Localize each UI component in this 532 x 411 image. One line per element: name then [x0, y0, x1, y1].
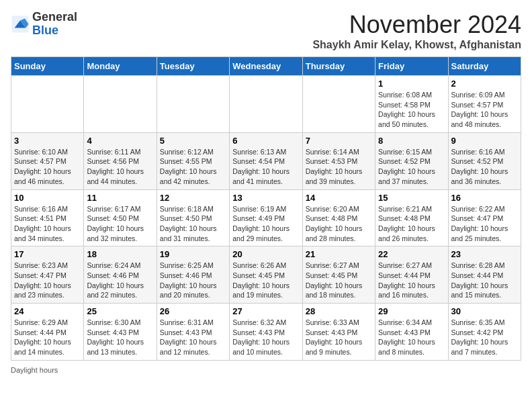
calendar: SundayMondayTuesdayWednesdayThursdayFrid…	[11, 56, 521, 361]
day-info: Sunrise: 6:22 AM Sunset: 4:47 PM Dayligh…	[451, 204, 518, 244]
day-number: 7	[306, 136, 372, 146]
title-area: November 2024 Shaykh Amir Kelay, Khowst,…	[312, 11, 521, 51]
calendar-cell: 23Sunrise: 6:28 AM Sunset: 4:44 PM Dayli…	[448, 246, 521, 304]
day-info: Sunrise: 6:32 AM Sunset: 4:43 PM Dayligh…	[232, 318, 299, 357]
day-number: 29	[378, 306, 445, 316]
day-info: Sunrise: 6:27 AM Sunset: 4:44 PM Dayligh…	[378, 261, 445, 300]
weekday-header-friday: Friday	[375, 57, 448, 76]
day-number: 8	[378, 136, 445, 146]
day-info: Sunrise: 6:31 AM Sunset: 4:43 PM Dayligh…	[160, 318, 226, 357]
day-info: Sunrise: 6:12 AM Sunset: 4:55 PM Dayligh…	[160, 147, 226, 187]
weekday-header-sunday: Sunday	[11, 57, 84, 76]
logo-icon	[11, 15, 30, 34]
calendar-cell: 18Sunrise: 6:24 AM Sunset: 4:46 PM Dayli…	[84, 246, 157, 304]
weekday-header-thursday: Thursday	[302, 57, 375, 76]
weekday-header-wednesday: Wednesday	[230, 57, 302, 76]
calendar-cell	[230, 76, 302, 133]
logo-blue-text: Blue	[32, 24, 58, 37]
logo-general-text: General	[32, 10, 77, 24]
day-info: Sunrise: 6:24 AM Sunset: 4:46 PM Dayligh…	[87, 261, 153, 300]
calendar-cell: 7Sunrise: 6:14 AM Sunset: 4:53 PM Daylig…	[302, 132, 375, 189]
day-number: 17	[14, 249, 81, 259]
calendar-cell: 3Sunrise: 6:10 AM Sunset: 4:57 PM Daylig…	[11, 132, 84, 189]
day-info: Sunrise: 6:25 AM Sunset: 4:46 PM Dayligh…	[160, 261, 226, 300]
day-info: Sunrise: 6:09 AM Sunset: 4:57 PM Dayligh…	[451, 90, 518, 130]
month-title: November 2024	[312, 11, 521, 39]
calendar-cell: 1Sunrise: 6:08 AM Sunset: 4:58 PM Daylig…	[375, 76, 448, 133]
day-info: Sunrise: 6:26 AM Sunset: 4:45 PM Dayligh…	[232, 261, 299, 300]
day-info: Sunrise: 6:10 AM Sunset: 4:57 PM Dayligh…	[14, 147, 81, 187]
day-number: 28	[306, 306, 372, 316]
calendar-cell: 25Sunrise: 6:30 AM Sunset: 4:43 PM Dayli…	[84, 304, 157, 361]
calendar-cell: 8Sunrise: 6:15 AM Sunset: 4:52 PM Daylig…	[375, 132, 448, 189]
day-info: Sunrise: 6:28 AM Sunset: 4:44 PM Dayligh…	[451, 261, 518, 300]
calendar-cell: 12Sunrise: 6:18 AM Sunset: 4:50 PM Dayli…	[157, 189, 229, 246]
day-info: Sunrise: 6:11 AM Sunset: 4:56 PM Dayligh…	[87, 147, 153, 187]
day-number: 1	[378, 79, 445, 89]
day-number: 13	[232, 193, 299, 203]
calendar-cell: 10Sunrise: 6:16 AM Sunset: 4:51 PM Dayli…	[11, 189, 84, 246]
calendar-cell: 16Sunrise: 6:22 AM Sunset: 4:47 PM Dayli…	[448, 189, 521, 246]
day-number: 16	[451, 193, 518, 203]
day-number: 3	[14, 136, 81, 146]
calendar-cell: 19Sunrise: 6:25 AM Sunset: 4:46 PM Dayli…	[157, 246, 229, 304]
day-info: Sunrise: 6:30 AM Sunset: 4:43 PM Dayligh…	[87, 318, 153, 357]
calendar-cell: 20Sunrise: 6:26 AM Sunset: 4:45 PM Dayli…	[230, 246, 302, 304]
day-info: Sunrise: 6:21 AM Sunset: 4:48 PM Dayligh…	[378, 204, 445, 244]
day-info: Sunrise: 6:17 AM Sunset: 4:50 PM Dayligh…	[87, 204, 153, 244]
subtitle: Shaykh Amir Kelay, Khowst, Afghanistan	[312, 39, 521, 51]
day-info: Sunrise: 6:34 AM Sunset: 4:43 PM Dayligh…	[378, 318, 445, 357]
day-number: 6	[232, 136, 299, 146]
calendar-cell: 22Sunrise: 6:27 AM Sunset: 4:44 PM Dayli…	[375, 246, 448, 304]
calendar-cell: 30Sunrise: 6:35 AM Sunset: 4:42 PM Dayli…	[448, 304, 521, 361]
calendar-cell: 26Sunrise: 6:31 AM Sunset: 4:43 PM Dayli…	[157, 304, 229, 361]
calendar-cell: 6Sunrise: 6:13 AM Sunset: 4:54 PM Daylig…	[230, 132, 302, 189]
day-info: Sunrise: 6:18 AM Sunset: 4:50 PM Dayligh…	[160, 204, 226, 244]
logo: General Blue	[11, 11, 77, 38]
day-number: 24	[14, 306, 81, 316]
calendar-cell: 13Sunrise: 6:19 AM Sunset: 4:49 PM Dayli…	[230, 189, 302, 246]
day-info: Sunrise: 6:13 AM Sunset: 4:54 PM Dayligh…	[232, 147, 299, 187]
day-number: 14	[306, 193, 372, 203]
day-info: Sunrise: 6:19 AM Sunset: 4:49 PM Dayligh…	[232, 204, 299, 244]
day-info: Sunrise: 6:35 AM Sunset: 4:42 PM Dayligh…	[451, 318, 518, 357]
day-number: 23	[451, 249, 518, 259]
calendar-cell: 29Sunrise: 6:34 AM Sunset: 4:43 PM Dayli…	[375, 304, 448, 361]
calendar-header-row: SundayMondayTuesdayWednesdayThursdayFrid…	[11, 57, 521, 76]
day-number: 30	[451, 306, 518, 316]
day-number: 21	[306, 249, 372, 259]
day-number: 9	[451, 136, 518, 146]
calendar-week-5: 24Sunrise: 6:29 AM Sunset: 4:44 PM Dayli…	[11, 304, 521, 361]
calendar-cell: 17Sunrise: 6:23 AM Sunset: 4:47 PM Dayli…	[11, 246, 84, 304]
day-number: 19	[160, 249, 226, 259]
calendar-cell	[84, 76, 157, 133]
day-info: Sunrise: 6:20 AM Sunset: 4:48 PM Dayligh…	[306, 204, 372, 244]
calendar-cell	[157, 76, 229, 133]
footer-note: Daylight hours	[11, 366, 521, 374]
calendar-cell: 14Sunrise: 6:20 AM Sunset: 4:48 PM Dayli…	[302, 189, 375, 246]
day-number: 20	[232, 249, 299, 259]
calendar-week-4: 17Sunrise: 6:23 AM Sunset: 4:47 PM Dayli…	[11, 246, 521, 304]
calendar-week-1: 1Sunrise: 6:08 AM Sunset: 4:58 PM Daylig…	[11, 76, 521, 133]
day-info: Sunrise: 6:08 AM Sunset: 4:58 PM Dayligh…	[378, 90, 445, 130]
day-info: Sunrise: 6:15 AM Sunset: 4:52 PM Dayligh…	[378, 147, 445, 187]
day-info: Sunrise: 6:14 AM Sunset: 4:53 PM Dayligh…	[306, 147, 372, 187]
calendar-cell	[11, 76, 84, 133]
calendar-week-3: 10Sunrise: 6:16 AM Sunset: 4:51 PM Dayli…	[11, 189, 521, 246]
calendar-cell: 15Sunrise: 6:21 AM Sunset: 4:48 PM Dayli…	[375, 189, 448, 246]
calendar-cell: 2Sunrise: 6:09 AM Sunset: 4:57 PM Daylig…	[448, 76, 521, 133]
day-number: 26	[160, 306, 226, 316]
calendar-week-2: 3Sunrise: 6:10 AM Sunset: 4:57 PM Daylig…	[11, 132, 521, 189]
day-number: 12	[160, 193, 226, 203]
day-number: 22	[378, 249, 445, 259]
day-number: 15	[378, 193, 445, 203]
day-number: 25	[87, 306, 153, 316]
weekday-header-saturday: Saturday	[448, 57, 521, 76]
day-number: 18	[87, 249, 153, 259]
day-info: Sunrise: 6:23 AM Sunset: 4:47 PM Dayligh…	[14, 261, 81, 300]
weekday-header-tuesday: Tuesday	[157, 57, 229, 76]
day-number: 5	[160, 136, 226, 146]
calendar-cell: 11Sunrise: 6:17 AM Sunset: 4:50 PM Dayli…	[84, 189, 157, 246]
day-number: 27	[232, 306, 299, 316]
calendar-cell: 4Sunrise: 6:11 AM Sunset: 4:56 PM Daylig…	[84, 132, 157, 189]
